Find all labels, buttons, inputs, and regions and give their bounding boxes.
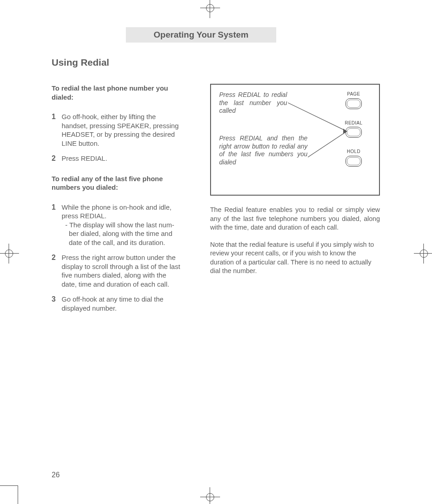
chapter-title: Operating Your System bbox=[154, 30, 248, 40]
subheading: To redial any of the last five phone num… bbox=[52, 174, 181, 192]
step-text: Go off-hook, either by lifting the hands… bbox=[62, 112, 181, 148]
subheading: To redial the last phone num­ber you dia… bbox=[52, 84, 181, 101]
paragraph: Note that the redial feature is useful i… bbox=[210, 240, 380, 276]
step-item: 1 While the phone is on-hook and idle, p… bbox=[52, 203, 181, 247]
steps-list-2: 1 While the phone is on-hook and idle, p… bbox=[52, 203, 181, 313]
arrow-lines-icon bbox=[211, 85, 381, 197]
right-column: Press REDIAL to redial the last num­ber … bbox=[210, 84, 380, 284]
step-text: While the phone is on-hook and idle, pre… bbox=[62, 203, 181, 247]
step-item: 2Press the right arrow button under the … bbox=[52, 253, 181, 288]
svg-marker-2 bbox=[343, 129, 347, 134]
step-number: 1 bbox=[52, 112, 62, 148]
chapter-title-bar: Operating Your System bbox=[126, 27, 276, 43]
step-main: While the phone is on-hook and idle, pre… bbox=[62, 203, 172, 220]
paragraph: The Redial feature enables you to redial… bbox=[210, 206, 380, 232]
step-item: 1Go off-hook, either by lifting the hand… bbox=[52, 112, 181, 148]
step-number: 2 bbox=[52, 253, 62, 288]
step-item: 3Go off-hook at any time to dial the dis… bbox=[52, 295, 181, 312]
step-text: Press REDIAL. bbox=[62, 154, 181, 163]
step-item: 2Press REDIAL. bbox=[52, 154, 181, 163]
registration-mark-icon bbox=[205, 3, 216, 14]
page-number: 26 bbox=[52, 471, 60, 479]
registration-mark-icon bbox=[205, 492, 216, 503]
registration-mark-icon bbox=[418, 248, 429, 259]
svg-line-1 bbox=[308, 131, 347, 157]
page-body: Operating Your System Using Redial To re… bbox=[14, 14, 418, 490]
step-number: 2 bbox=[52, 154, 62, 163]
illustration-box: Press REDIAL to redial the last num­ber … bbox=[210, 84, 380, 196]
step-number: 3 bbox=[52, 295, 62, 312]
left-column: To redial the last phone num­ber you dia… bbox=[52, 84, 181, 323]
step-text: Press the right arrow button under the d… bbox=[62, 253, 181, 288]
step-number: 1 bbox=[52, 203, 62, 247]
steps-list-1: 1Go off-hook, either by lifting the hand… bbox=[52, 112, 181, 163]
section-title: Using Redial bbox=[52, 57, 109, 68]
registration-mark-icon bbox=[4, 248, 14, 259]
step-sub: - The display will show the last num­ber… bbox=[65, 221, 181, 247]
svg-line-0 bbox=[288, 103, 347, 131]
step-text: Go off-hook at any time to dial the disp… bbox=[62, 295, 181, 312]
